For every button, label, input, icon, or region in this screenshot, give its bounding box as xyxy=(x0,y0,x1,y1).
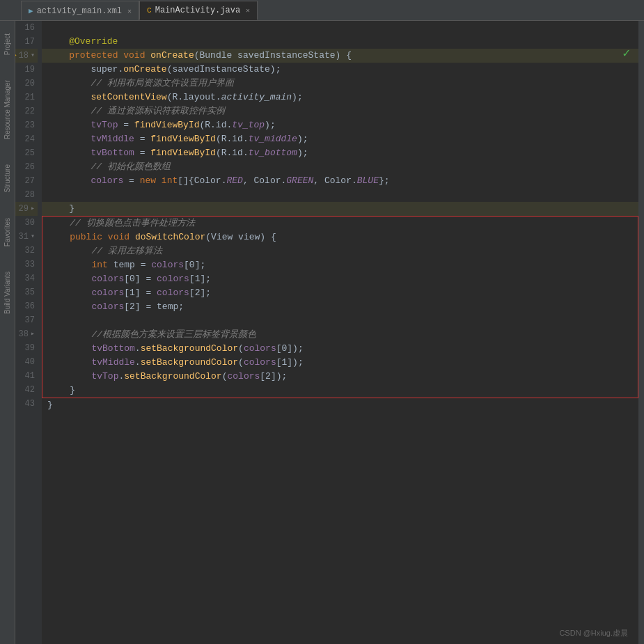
line-num-20: 20 xyxy=(15,77,38,91)
line-num-32: 32 xyxy=(15,244,38,258)
sidebar-build[interactable]: Build Variants xyxy=(2,266,13,320)
line-num-24: 24 xyxy=(15,132,38,146)
code-line-43: } xyxy=(42,398,638,412)
code-line-35: colors[1] = colors[2]; xyxy=(42,286,638,300)
line-num-39: 39 xyxy=(15,341,38,355)
code-line-32: // 采用左移算法 xyxy=(42,244,638,258)
code-line-21: setContentView(R.layout.activity_main); xyxy=(42,91,638,104)
tab-java-close[interactable]: ✕ xyxy=(246,6,250,15)
line-num-21: 21 xyxy=(15,91,38,104)
line-num-23: 23 xyxy=(15,118,38,132)
java-icon: C xyxy=(147,6,152,15)
code-line-40: tvMiddle.setBackgroundColor(colors[1]); xyxy=(42,356,638,370)
sidebar-resource[interactable]: Resource Manager xyxy=(2,74,13,145)
line-num-43: 43 xyxy=(15,397,38,411)
code-line-30: // 切换颜色点击事件处理方法 xyxy=(42,217,638,230)
code-line-34: colors[0] = colors[1]; xyxy=(42,272,638,286)
line-num-29: 29 ▸ xyxy=(15,202,38,216)
watermark: CSDN @Hxiug.虚晨 xyxy=(559,628,628,638)
line-num-41: 41 xyxy=(15,369,38,383)
line-num-25: 25 xyxy=(15,146,38,160)
code-line-19: super.onCreate(savedInstanceState); xyxy=(42,63,638,77)
line-num-27: 27 xyxy=(15,174,38,188)
code-line-38: //根据颜色方案来设置三层标签背景颜色 xyxy=(42,328,638,342)
line-num-36: 36 xyxy=(15,299,38,313)
check-mark: ✓ xyxy=(622,45,630,61)
code-line-16 xyxy=(42,21,638,35)
line-num-31: 31 ▾ xyxy=(15,230,38,244)
code-line-31: public void doSwitchColor(View view) { xyxy=(42,230,638,244)
code-line-22: // 通过资源标识符获取控件实例 xyxy=(42,104,638,118)
code-line-25: tvBottom = findViewById(R.id.tv_bottom); xyxy=(42,146,638,160)
tab-java[interactable]: C MainActivity.java ✕ xyxy=(139,1,258,20)
line-num-34: 34 xyxy=(15,272,38,285)
tab-java-label: MainActivity.java xyxy=(155,6,240,15)
sidebar-icons: Project Resource Manager Structure Favor… xyxy=(2,21,13,320)
scrollbar[interactable] xyxy=(638,21,644,644)
red-box-section: // 切换颜色点击事件处理方法 public void doSwitchColo… xyxy=(42,216,638,398)
arrow-18: → xyxy=(15,49,17,63)
sidebar-project[interactable]: Project xyxy=(2,28,13,61)
line-num-28: 28 xyxy=(15,188,38,202)
code-line-26: // 初始化颜色数组 xyxy=(42,160,638,174)
code-line-36: colors[2] = temp; xyxy=(42,300,638,314)
line-num-18: → 18 ▾ xyxy=(15,49,38,63)
line-num-42: 42 xyxy=(15,383,38,397)
tab-xml[interactable]: ▶ activity_main.xml ✕ xyxy=(21,1,139,20)
code-line-23: tvTop = findViewById(R.id.tv_top); xyxy=(42,118,638,132)
tab-bar: ▶ activity_main.xml ✕ C MainActivity.jav… xyxy=(0,0,644,21)
code-line-18: protected void onCreate(Bundle savedInst… xyxy=(42,49,638,63)
code-line-39: tvBottom.setBackgroundColor(colors[0]); xyxy=(42,342,638,356)
line-num-30: 30 xyxy=(15,216,38,230)
fold-38[interactable]: ▸ xyxy=(31,327,35,341)
left-sidebar: Project Resource Manager Structure Favor… xyxy=(0,21,15,644)
line-num-26: 26 xyxy=(15,160,38,174)
code-line-33: int temp = colors[0]; xyxy=(42,258,638,272)
line-numbers: 16 17 → 18 ▾ 19 20 21 22 23 24 25 26 27 … xyxy=(15,21,42,644)
line-num-35: 35 xyxy=(15,285,38,299)
line-num-38: 38 ▸ xyxy=(15,327,38,341)
line-num-16: 16 xyxy=(15,21,38,35)
line-num-22: 22 xyxy=(15,104,38,118)
code-line-27: colors = new int[]{Color.RED, Color.GREE… xyxy=(42,174,638,188)
code-line-28 xyxy=(42,188,638,202)
line-num-19: 19 xyxy=(15,63,38,77)
code-line-29: } xyxy=(42,202,638,216)
xml-icon: ▶ xyxy=(29,6,33,15)
fold-31[interactable]: ▾ xyxy=(31,230,35,244)
editor-container: Project Resource Manager Structure Favor… xyxy=(0,21,644,644)
code-line-41: tvTop.setBackgroundColor(colors[2]); xyxy=(42,370,638,384)
sidebar-favorites[interactable]: Favorites xyxy=(2,212,13,252)
code-area[interactable]: @Override protected void onCreate(Bundle… xyxy=(42,21,638,644)
fold-29[interactable]: ▸ xyxy=(31,202,35,216)
code-line-37 xyxy=(42,314,638,328)
tab-xml-label: activity_main.xml xyxy=(37,6,122,16)
line-num-33: 33 xyxy=(15,258,38,272)
fold-18[interactable]: ▾ xyxy=(31,49,35,63)
line-num-17: 17 xyxy=(15,35,38,49)
annotation-override: @Override xyxy=(47,35,118,49)
code-line-42: } xyxy=(42,384,638,398)
tab-xml-close[interactable]: ✕ xyxy=(127,7,132,15)
line-num-37: 37 xyxy=(15,313,38,327)
sidebar-structure[interactable]: Structure xyxy=(2,159,13,198)
line-num-40: 40 xyxy=(15,355,38,369)
code-line-24: tvMiddle = findViewById(R.id.tv_middle); xyxy=(42,132,638,146)
code-line-20: // 利用布局资源文件设置用户界面 xyxy=(42,77,638,91)
code-line-17: @Override xyxy=(42,35,638,49)
